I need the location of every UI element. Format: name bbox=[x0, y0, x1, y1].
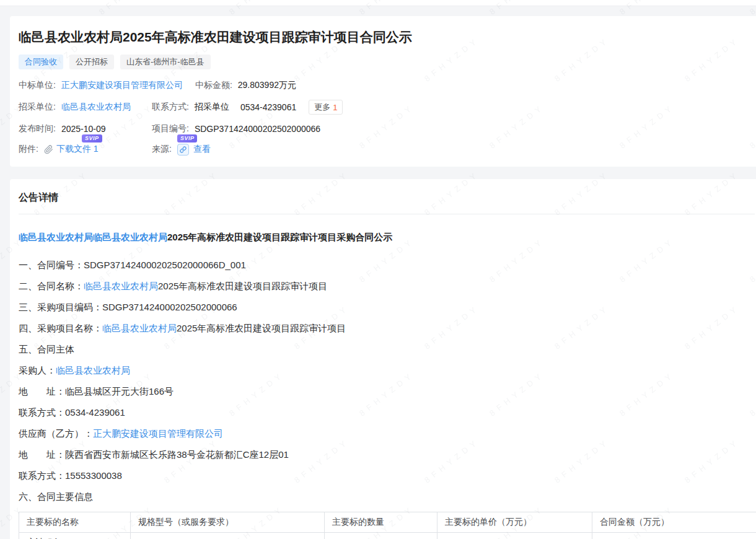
paragraph-text: 2025年高标准农田建设项目跟踪审计项目 bbox=[158, 281, 327, 291]
table-header-cell: 规格型号（或服务要求） bbox=[131, 512, 325, 533]
paragraph-text: 五、合同主体 bbox=[19, 344, 74, 354]
winner-label: 中标单位: bbox=[19, 80, 56, 91]
purchaser-link[interactable]: 临邑县农业农村局 bbox=[61, 102, 131, 113]
announcement-paragraph: 采购人：临邑县农业农村局 bbox=[19, 364, 755, 377]
source-label: 来源: bbox=[152, 144, 172, 155]
table-cell: 1 bbox=[325, 533, 437, 539]
paragraph-text: 2025年高标准农田建设项目跟踪审计项目 bbox=[177, 323, 346, 333]
paragraph-text: 地 址：临邑县城区开元大街166号 bbox=[19, 386, 174, 397]
announcement-paragraph: 地 址：陕西省西安市新城区长乐路38号金花新都汇C座12层01 bbox=[19, 449, 755, 461]
table-header-cell: 主要标的数量 bbox=[325, 512, 437, 533]
amount-value: 29.803992万元 bbox=[238, 80, 296, 91]
table-cell: 审计服务 bbox=[19, 533, 131, 539]
table-cell: 29.803992 bbox=[592, 533, 756, 539]
project-no-value: SDGP371424000202502000066 bbox=[195, 124, 320, 134]
tag-info: 公开招标 bbox=[69, 55, 114, 69]
inline-link[interactable]: 正大鹏安建设项目管理有限公司 bbox=[93, 428, 223, 439]
paragraph-text: 采购人： bbox=[19, 365, 56, 375]
table-body: 审计服务/129.80399229.803992 bbox=[19, 533, 756, 539]
announcement-paragraph: 五、合同主体 bbox=[19, 343, 755, 356]
table-header-cell: 主要标的单价（万元） bbox=[437, 512, 592, 533]
meta-row-publish: 发布时间: 2025-10-09 项目编号: SDGP3714240002025… bbox=[19, 123, 755, 135]
meta-row-attachment: 附件: 下载文件 1 SVIP 来源: 查看 SVIP bbox=[19, 143, 755, 156]
announcement-paragraph: 供应商（乙方）：正大鹏安建设项目管理有限公司 bbox=[19, 427, 755, 440]
paragraph-text: 二、合同名称： bbox=[19, 281, 84, 291]
announcement-paragraph: 联系方式：0534-4239061 bbox=[19, 406, 755, 419]
section-divider bbox=[19, 214, 755, 214]
tag-info: 山东省-德州市-临邑县 bbox=[120, 55, 211, 69]
table-header-cell: 主要标的名称 bbox=[19, 512, 131, 533]
amount-label: 中标金额: bbox=[195, 80, 232, 91]
meta-section: 中标单位: 正大鹏安建设项目管理有限公司 中标金额: 29.803992万元 招… bbox=[19, 79, 755, 156]
more-button-label: 更多 bbox=[314, 102, 330, 113]
attachment-label: 附件: bbox=[19, 144, 38, 155]
table-header-row: 主要标的名称规格型号（或服务要求）主要标的数量主要标的单价（万元）合同金额（万元… bbox=[19, 512, 756, 533]
paragraph-text: 联系方式：15553300038 bbox=[19, 470, 122, 481]
announcement-paragraph: 联系方式：15553300038 bbox=[19, 470, 755, 482]
announcement-paragraph: 一、合同编号：SDGP371424000202502000066D_001 bbox=[19, 259, 755, 271]
paragraph-text: 三、采购项目编码：SDGP371424000202502000066 bbox=[19, 302, 237, 312]
contact-org: 招采单位 bbox=[195, 102, 229, 113]
top-strip bbox=[0, 0, 756, 6]
paragraph-text: 地 址：陕西省西安市新城区长乐路38号金花新都汇C座12层01 bbox=[19, 449, 289, 460]
paragraph-text: 供应商（乙方）： bbox=[19, 428, 93, 439]
announcement-paragraph: 三、采购项目编码：SDGP371424000202502000066 bbox=[19, 301, 755, 313]
source-link-icon[interactable] bbox=[177, 144, 189, 156]
announcement-paragraph: 二、合同名称：临邑县农业农村局2025年高标准农田建设项目跟踪审计项目 bbox=[19, 280, 755, 292]
source-view-link[interactable]: 查看 bbox=[193, 144, 211, 155]
paragraph-text: 联系方式：0534-4239061 bbox=[19, 407, 125, 418]
section-title: 公告详情 bbox=[19, 191, 755, 204]
tag-status: 合同验收 bbox=[19, 55, 63, 69]
headline-agency-link[interactable]: 临邑县农业农村局临邑县农业农村局 bbox=[19, 232, 167, 242]
announcement-paragraph: 四、采购项目名称：临邑县农业农村局2025年高标准农田建设项目跟踪审计项目 bbox=[19, 322, 755, 335]
paragraph-text: 四、采购项目名称： bbox=[19, 323, 102, 333]
more-button[interactable]: 更多 1 bbox=[309, 100, 343, 115]
winner-company-link[interactable]: 正大鹏安建设项目管理有限公司 bbox=[61, 80, 183, 91]
more-count-badge: 1 bbox=[333, 103, 337, 112]
publish-date-value: 2025-10-09 bbox=[61, 124, 106, 134]
contract-info-table: 主要标的名称规格型号（或服务要求）主要标的数量主要标的单价（万元）合同金额（万元… bbox=[19, 512, 756, 539]
purchaser-label: 招采单位: bbox=[19, 102, 56, 113]
table-header-cell: 合同金额（万元） bbox=[592, 512, 756, 533]
paragraph-text: 六、合同主要信息 bbox=[19, 491, 93, 502]
announcement-paragraph: 六、合同主要信息 bbox=[19, 491, 755, 503]
project-no-label: 项目编号: bbox=[152, 123, 189, 134]
svip-badge[interactable]: SVIP bbox=[177, 134, 198, 142]
headline-text: 2025年高标准农田建设项目跟踪审计项目采购合同公示 bbox=[167, 232, 392, 242]
svip-badge[interactable]: SVIP bbox=[82, 134, 102, 142]
summary-card: 临邑县农业农村局2025年高标准农田建设项目跟踪审计项目合同公示 合同验收公开招… bbox=[10, 16, 756, 167]
meta-row-purchaser: 招采单位: 临邑县农业农村局 联系方式: 招采单位 0534-4239061 更… bbox=[19, 100, 755, 115]
inline-link[interactable]: 临邑县农业农村局 bbox=[56, 365, 130, 375]
meta-row-winner: 中标单位: 正大鹏安建设项目管理有限公司 中标金额: 29.803992万元 bbox=[19, 79, 755, 92]
download-file-link[interactable]: 下载文件 1 bbox=[56, 144, 99, 155]
table-cell: / bbox=[131, 533, 325, 539]
announcement-paragraph: 地 址：临邑县城区开元大街166号 bbox=[19, 385, 755, 398]
paperclip-icon bbox=[44, 145, 53, 154]
tag-list: 合同验收公开招标山东省-德州市-临邑县 bbox=[19, 55, 755, 69]
table-cell: 29.803992 bbox=[437, 533, 592, 539]
table-row: 审计服务/129.80399229.803992 bbox=[19, 533, 756, 539]
inline-link[interactable]: 临邑县农业农村局 bbox=[102, 323, 177, 333]
paragraph-text: 一、合同编号：SDGP371424000202502000066D_001 bbox=[19, 260, 246, 270]
contact-phone: 0534-4239061 bbox=[240, 102, 296, 112]
announcement-paragraphs: 一、合同编号：SDGP371424000202502000066D_001二、合… bbox=[19, 259, 755, 503]
publish-date-label: 发布时间: bbox=[19, 123, 56, 134]
inline-link[interactable]: 临邑县农业农村局 bbox=[84, 281, 158, 291]
detail-card: 公告详情 临邑县农业农村局临邑县农业农村局2025年高标准农田建设项目跟踪审计项… bbox=[10, 179, 756, 539]
page-title: 临邑县农业农村局2025年高标准农田建设项目跟踪审计项目合同公示 bbox=[19, 28, 755, 46]
announcement-headline: 临邑县农业农村局临邑县农业农村局2025年高标准农田建设项目跟踪审计项目采购合同… bbox=[19, 230, 755, 244]
contact-label: 联系方式: bbox=[152, 102, 189, 113]
